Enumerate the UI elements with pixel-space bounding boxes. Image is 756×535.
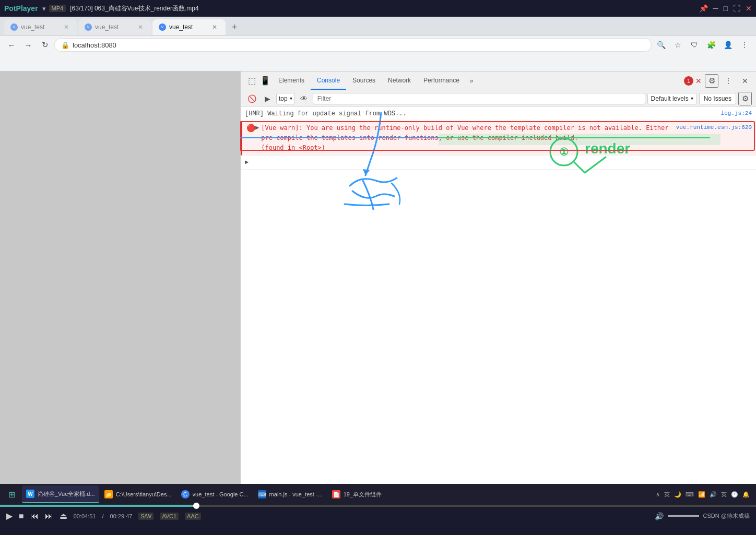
taskbar-item-explorer[interactable]: 📁 C:\Users\tianyu\Des... — [100, 485, 176, 503]
fullscreen-icon[interactable]: ⛶ — [733, 4, 740, 13]
taskbar-label-vscode2: 19_单文件组件 — [344, 491, 382, 498]
tray-up-icon[interactable]: ∧ — [656, 491, 660, 498]
console-settings-button[interactable]: ⚙ — [738, 92, 752, 105]
media-tag-avc1: AVC1 — [160, 513, 179, 520]
new-tab-button[interactable]: + — [227, 19, 242, 35]
menu-button[interactable]: ⋮ — [737, 38, 752, 52]
console-message-vue-warn: 🔴 ▶ [Vue warn]: You are using the runtim… — [241, 121, 756, 156]
console-content: [HMR] Waiting for update signal from WDS… — [241, 107, 756, 535]
browser-tab-2[interactable]: V vue_test ✕ — [78, 19, 151, 35]
extensions-button[interactable]: 🧩 — [704, 38, 718, 52]
tab-close-1[interactable]: ✕ — [62, 22, 71, 32]
tab-close-3[interactable]: ✕ — [210, 22, 219, 32]
play-button[interactable]: ▶ — [6, 511, 13, 521]
taskbar-item-chrome[interactable]: C vue_test - Google C... — [177, 485, 253, 503]
no-issues-label: No Issues — [704, 95, 731, 102]
filter-input[interactable] — [313, 93, 645, 104]
volume-control: 🔊 CSDN @待木成稿 — [655, 512, 750, 520]
moon-icon: 🌙 — [674, 491, 681, 498]
chrome-icon: C — [181, 490, 190, 498]
tab-favicon-1: V — [10, 23, 18, 31]
prev-button[interactable]: ⏮ — [30, 512, 39, 521]
error-icon[interactable]: ✕ — [695, 77, 702, 85]
forward-button[interactable]: → — [21, 38, 36, 52]
zoom-button[interactable]: 🔍 — [654, 38, 668, 52]
tab-performance[interactable]: Performance — [417, 72, 466, 90]
profile-button[interactable]: 👤 — [720, 38, 735, 52]
system-tray: ∧ 英 🌙 ⌨ 📶 🔊 英 🕐 🔔 — [656, 491, 754, 498]
media-title: [63/170] 063_尚硅谷Vue技术_render函数.mp4 — [70, 4, 699, 13]
media-tag-aac: AAC — [185, 513, 201, 520]
media-progress-thumb[interactable] — [193, 503, 199, 509]
taskbar-start[interactable]: ⊞ — [2, 485, 21, 503]
devtools-inspect-button[interactable]: ⬚ — [245, 74, 258, 88]
restore-icon[interactable]: □ — [724, 4, 728, 13]
tab-console[interactable]: Console — [311, 72, 346, 90]
media-progress-bar[interactable] — [0, 505, 756, 507]
close-icon[interactable]: ✕ — [746, 4, 752, 13]
shield-button[interactable]: 🛡 — [687, 38, 702, 52]
execute-button[interactable]: ▶ — [261, 92, 274, 105]
expand-arrow-icon[interactable]: ▶ — [255, 123, 259, 133]
notification-icon[interactable]: 🔔 — [742, 491, 750, 498]
back-button[interactable]: ← — [4, 38, 19, 52]
media-tag-sw: S/W — [138, 513, 153, 520]
media-controls: ▶ ■ ⏮ ⏭ ⏏ 00:04:51 / 00:29:47 S/W AVC1 A… — [0, 511, 756, 521]
eject-button[interactable]: ⏏ — [60, 511, 67, 521]
devtools-panel: ⬚ 📱 Elements Console Sources Network Per… — [240, 71, 756, 535]
lang-icon: 英 — [664, 491, 670, 498]
pin-icon[interactable]: 📌 — [699, 4, 708, 13]
refresh-button[interactable]: ↻ — [38, 38, 52, 52]
devtools-device-button[interactable]: 📱 — [258, 74, 272, 88]
taskbar-item-vscode2[interactable]: 📄 19_单文件组件 — [328, 485, 386, 503]
volume-icon-player[interactable]: 🔊 — [655, 512, 664, 520]
taskbar-label-chrome: vue_test - Google C... — [193, 491, 249, 497]
browser-tab-3[interactable]: V vue_test ✕ — [152, 19, 226, 35]
minimize-icon[interactable]: ─ — [713, 4, 718, 13]
devtools-close-button[interactable]: ✕ — [738, 74, 752, 88]
media-player-bar: ▶ ■ ⏮ ⏭ ⏏ 00:04:51 / 00:29:47 S/W AVC1 A… — [0, 505, 756, 535]
devtools-more-tabs[interactable]: » — [466, 77, 478, 85]
tab-label-1: vue_test — [21, 23, 44, 31]
taskbar-label-explorer: C:\Users\tianyu\Des... — [116, 491, 172, 497]
log-level-selector[interactable]: Default levels ▾ — [647, 93, 697, 104]
stop-button[interactable]: ■ — [19, 512, 24, 521]
devtools-settings-button[interactable]: ⚙ — [705, 74, 718, 88]
tab-sources[interactable]: Sources — [346, 72, 382, 90]
bookmark-button[interactable]: ☆ — [670, 38, 685, 52]
taskbar-item-vscode1[interactable]: ⌨ main.js - vue_test -... — [254, 485, 327, 503]
windows-icon: ⊞ — [8, 490, 15, 500]
browser-toolbar-right: 🔍 ☆ 🛡 🧩 👤 ⋮ — [654, 38, 752, 52]
no-issues-badge[interactable]: No Issues — [699, 93, 736, 104]
tab-elements[interactable]: Elements — [272, 72, 311, 90]
clear-console-button[interactable]: 🚫 — [245, 92, 258, 105]
tab-network[interactable]: Network — [382, 72, 417, 90]
console-expand-row: ▶ — [241, 156, 756, 170]
browser-tab-1[interactable]: V vue_test ✕ — [4, 19, 77, 35]
network-icon: 📶 — [698, 491, 705, 498]
window-controls[interactable]: 📌 ─ □ ⛶ ✕ — [699, 4, 752, 13]
taskbar-item-word[interactable]: W 尚硅谷_Vue全家桶.d... — [22, 485, 99, 503]
volume-icon[interactable]: 🔊 — [710, 491, 717, 498]
eye-button[interactable]: 👁 — [297, 92, 311, 105]
vue-warn-text: [Vue warn]: You are using the runtime-on… — [261, 124, 668, 141]
lock-icon: 🔒 — [61, 41, 69, 49]
devtools-more-button[interactable]: ⋮ — [722, 74, 735, 88]
volume-bar[interactable] — [668, 515, 699, 517]
hmr-message-location[interactable]: log.js:24 — [721, 109, 752, 118]
expand-root-icon[interactable]: ▶ — [245, 158, 249, 167]
dropdown-levels-icon: ▾ — [691, 96, 693, 101]
tab-close-2[interactable]: ✕ — [136, 22, 145, 32]
console-message-hmr: [HMR] Waiting for update signal from WDS… — [241, 107, 756, 121]
taskbar: ⊞ W 尚硅谷_Vue全家桶.d... 📁 C:\Users\tianyu\De… — [0, 484, 756, 505]
address-bar[interactable]: 🔒 localhost:8080 — [54, 38, 652, 52]
browser-controls: ← → ↻ 🔒 localhost:8080 🔍 ☆ 🛡 🧩 👤 ⋮ — [0, 35, 756, 54]
error-row: 🔴 ▶ [Vue warn]: You are using the runtim… — [246, 123, 752, 153]
vscode-icon-1: ⌨ — [258, 490, 266, 498]
next-button[interactable]: ⏭ — [45, 512, 53, 521]
console-toolbar: 🚫 ▶ top ▾ 👁 Default levels ▾ No Issues ⚙ — [241, 90, 756, 107]
context-selector[interactable]: top ▾ — [276, 93, 295, 104]
error-message-location[interactable]: vue.runtime.esm.js:620 — [676, 123, 752, 132]
error-circle-icon: 🔴 — [246, 123, 255, 134]
media-progress-fill — [0, 505, 196, 507]
